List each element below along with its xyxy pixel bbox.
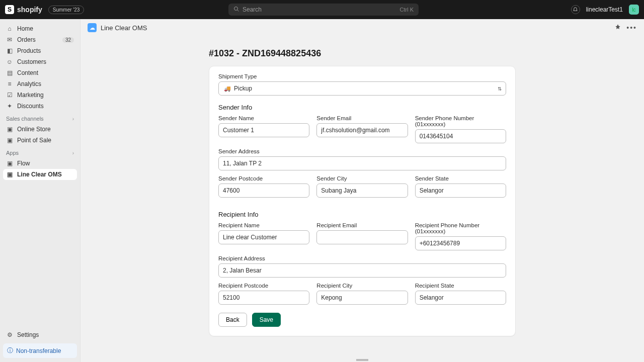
save-button[interactable]: Save [252, 313, 281, 327]
nav-label: Discounts [17, 103, 44, 110]
global-search[interactable]: Search Ctrl K [228, 4, 419, 16]
non-transferable-banner[interactable]: ⓘ Non-transferable [3, 343, 77, 358]
sender-name-label: Sender Name [218, 115, 309, 121]
recipient-address-input[interactable] [218, 263, 506, 278]
sender-phone-input[interactable] [415, 129, 506, 143]
shipment-form: Shipment Type 🚚 Pickup ⇅ Sender Info Sen… [209, 66, 516, 336]
section-sales-channels[interactable]: Sales channels› [3, 112, 77, 124]
avatar[interactable]: lc [629, 5, 639, 15]
sender-state-input[interactable] [415, 184, 506, 198]
shipment-type-select[interactable]: 🚚 Pickup ⇅ [218, 81, 506, 96]
sender-state-label: Sender State [415, 175, 506, 182]
recipient-state-label: Recipient State [415, 283, 506, 289]
sender-email-input[interactable] [316, 123, 408, 137]
recipient-phone-label: Recipient Phone Number (01xxxxxxx) [415, 222, 506, 234]
nav-item-point-of-sale[interactable]: ▣Point of Sale [3, 135, 77, 146]
nav-item-analytics[interactable]: ≡Analytics [3, 78, 77, 89]
nav-item-customers[interactable]: ☺Customers [3, 56, 77, 67]
resize-handle-icon[interactable] [356, 359, 368, 361]
recipient-name-input[interactable] [218, 230, 309, 244]
nav-label: Flow [17, 160, 30, 167]
notifications-icon[interactable] [571, 5, 580, 14]
brand[interactable]: S shopify Summer '23 [5, 5, 84, 14]
nav-item-flow[interactable]: ▣Flow [3, 158, 77, 169]
back-button[interactable]: Back [218, 313, 247, 327]
recipient-phone-input[interactable] [415, 236, 506, 250]
recipient-postcode-label: Recipient Postcode [218, 283, 309, 289]
nav-item-discounts[interactable]: ✦Discounts [3, 101, 77, 112]
shopify-logo-icon: S [5, 5, 14, 14]
brand-name: shopify [17, 6, 42, 14]
sender-address-input[interactable] [218, 156, 506, 170]
nav-item-products[interactable]: ◧Products [3, 45, 77, 56]
nav-icon: ▣ [6, 160, 13, 167]
nav-icon: ⌂ [6, 25, 13, 32]
nav-item-orders[interactable]: ✉Orders32 [3, 34, 77, 45]
more-icon[interactable]: ••• [626, 24, 637, 32]
nav-label: Content [17, 69, 38, 76]
recipient-name-label: Recipient Name [218, 222, 309, 228]
sender-postcode-input[interactable] [218, 184, 309, 198]
sender-postcode-label: Sender Postcode [218, 175, 309, 182]
nav-label: Home [17, 25, 33, 32]
select-caret-icon: ⇅ [498, 86, 502, 92]
nav-item-home[interactable]: ⌂Home [3, 23, 77, 34]
sender-name-input[interactable] [218, 123, 309, 137]
nav-label: Products [17, 47, 41, 54]
non-transferable-label: Non-transferable [16, 347, 61, 354]
account-name[interactable]: lineclearTest1 [586, 6, 623, 13]
search-shortcut: Ctrl K [400, 7, 414, 13]
nav-label: Online Store [17, 126, 51, 133]
search-placeholder: Search [243, 6, 262, 13]
svg-point-0 [234, 7, 238, 10]
pin-icon[interactable] [614, 24, 621, 32]
nav-icon: ▤ [6, 69, 13, 76]
topbar: S shopify Summer '23 Search Ctrl K linec… [0, 0, 644, 19]
recipient-address-label: Recipient Address [218, 255, 506, 261]
nav-icon: ☺ [6, 58, 13, 65]
page-title: #1032 - ZND169448825436 [209, 48, 516, 59]
nav-label: Line Clear OMS [17, 171, 62, 178]
season-badge: Summer '23 [48, 6, 85, 14]
recipient-city-label: Recipient City [316, 283, 408, 289]
gear-icon: ⚙ [6, 331, 13, 338]
svg-line-1 [237, 10, 239, 11]
sidebar: ⌂Home✉Orders32◧Products☺Customers▤Conten… [0, 19, 80, 362]
chevron-right-icon: › [72, 150, 74, 156]
nav-item-online-store[interactable]: ▣Online Store [3, 124, 77, 135]
recipient-email-input[interactable] [316, 230, 408, 244]
nav-item-marketing[interactable]: ☑Marketing [3, 89, 77, 101]
settings-label: Settings [17, 331, 39, 338]
nav-icon: ✦ [6, 103, 13, 110]
page: ☁ Line Clear OMS ••• #1032 - ZND16944882… [80, 19, 644, 362]
sender-section-title: Sender Info [218, 104, 506, 111]
sender-email-label: Sender Email [316, 115, 408, 121]
recipient-section-title: Recipient Info [218, 211, 506, 218]
nav-label: Point of Sale [17, 137, 51, 144]
nav-item-line-clear-oms[interactable]: ▣Line Clear OMS [3, 169, 77, 180]
recipient-email-label: Recipient Email [316, 222, 408, 228]
recipient-state-input[interactable] [415, 291, 506, 305]
recipient-postcode-input[interactable] [218, 291, 309, 305]
sender-city-input[interactable] [316, 184, 408, 198]
app-name: Line Clear OMS [101, 24, 147, 32]
settings-link[interactable]: ⚙ Settings [3, 329, 77, 340]
nav-label: Marketing [17, 92, 44, 99]
nav-icon: ◧ [6, 47, 13, 54]
truck-icon: 🚚 [224, 85, 231, 92]
sender-phone-label: Sender Phone Number (01xxxxxxx) [415, 115, 506, 127]
nav-label: Analytics [17, 80, 41, 87]
nav-badge: 32 [62, 37, 74, 43]
nav-icon: ▣ [6, 126, 13, 133]
search-icon [233, 6, 239, 14]
nav-icon: ✉ [6, 36, 13, 43]
sender-city-label: Sender City [316, 175, 408, 182]
info-icon: ⓘ [7, 346, 13, 355]
shipment-type-value: Pickup [234, 85, 252, 92]
nav-item-content[interactable]: ▤Content [3, 67, 77, 78]
nav-label: Customers [17, 58, 46, 65]
recipient-city-input[interactable] [316, 291, 408, 305]
sender-address-label: Sender Address [218, 148, 506, 154]
section-apps[interactable]: Apps› [3, 146, 77, 158]
nav-icon: ≡ [6, 80, 13, 87]
